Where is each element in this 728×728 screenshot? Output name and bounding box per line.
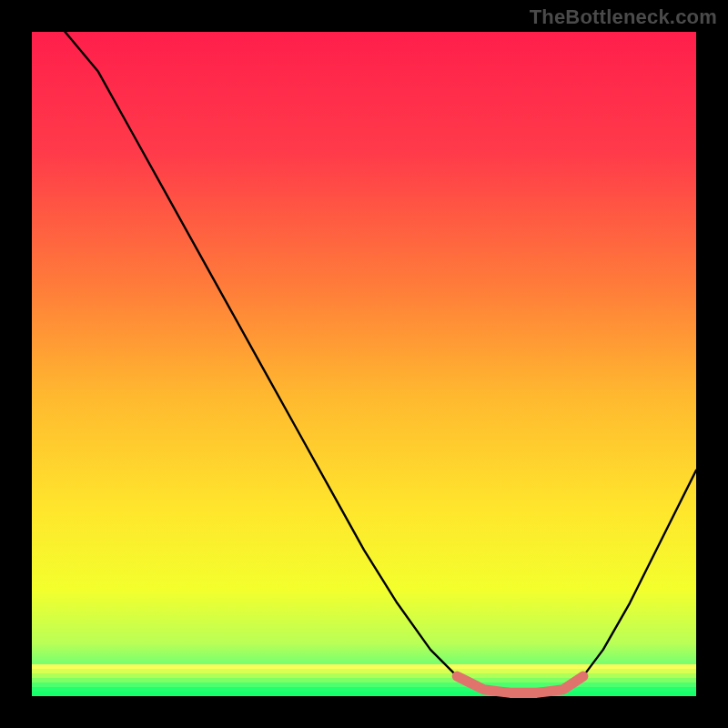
svg-rect-4 — [32, 682, 696, 687]
chart-frame: TheBottleneck.com — [0, 0, 728, 728]
watermark-text: TheBottleneck.com — [530, 5, 717, 29]
svg-rect-3 — [32, 678, 696, 682]
svg-rect-5 — [32, 687, 696, 692]
svg-rect-1 — [32, 669, 696, 673]
bottleneck-chart — [0, 0, 728, 728]
svg-rect-6 — [32, 692, 696, 696]
bottom-color-bands — [32, 664, 696, 696]
svg-rect-2 — [32, 673, 696, 678]
svg-rect-0 — [32, 664, 696, 669]
